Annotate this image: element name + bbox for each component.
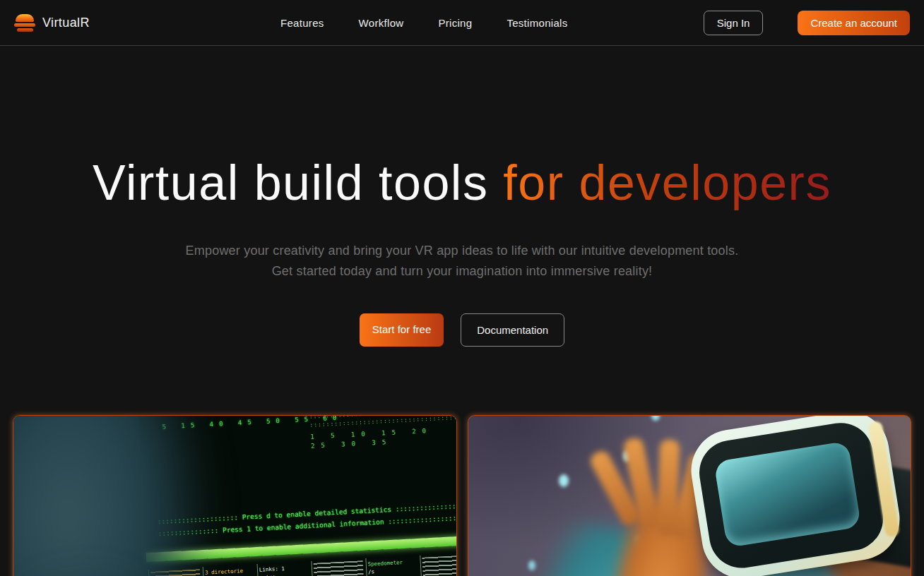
terminal-video[interactable]: 5 15 40 45 50 55 60 0.00 :::::::::::::::…: [13, 415, 457, 576]
nav-link-workflow[interactable]: Workflow: [359, 17, 404, 29]
brand-name: VirtualR: [42, 16, 90, 30]
documentation-button[interactable]: Documentation: [461, 313, 564, 347]
vr-headset: [685, 415, 906, 576]
blurred-person-silhouette: [13, 415, 217, 576]
nav-actions: Sign In Create an account: [704, 11, 910, 35]
vr-headset-video[interactable]: [468, 415, 912, 576]
page-title: Virtual build tools for developers: [0, 155, 924, 210]
hero-subtitle-line2: Get started today and turn your imaginat…: [0, 261, 924, 281]
cta-row: Start for free Documentation: [0, 313, 924, 347]
start-for-free-button[interactable]: Start for free: [360, 313, 444, 347]
nav-links: Features Workflow Pricing Testimonials: [280, 0, 568, 46]
brand[interactable]: VirtualR: [14, 14, 90, 32]
navbar: VirtualR Features Workflow Pricing Testi…: [0, 0, 924, 46]
title-main: Virtual build tools: [93, 155, 503, 210]
hero-subtitle: Empower your creativity and bring your V…: [0, 241, 924, 281]
title-accent: for developers: [503, 155, 831, 210]
nav-link-testimonials[interactable]: Testimonials: [507, 17, 567, 29]
virtualr-logo-icon: [14, 14, 35, 32]
terminal-top-right: 0.00 :::::::::::::::::::::::::::::::::::…: [309, 415, 457, 451]
sign-in-button[interactable]: Sign In: [704, 11, 764, 35]
hero-section: Virtual build tools for developers Empow…: [0, 46, 924, 347]
hero-subtitle-line1: Empower your creativity and bring your V…: [0, 241, 924, 260]
nav-link-pricing[interactable]: Pricing: [438, 17, 472, 29]
media-row: 5 15 40 45 50 55 60 0.00 :::::::::::::::…: [0, 415, 924, 576]
nav-link-features[interactable]: Features: [280, 17, 324, 29]
create-account-button[interactable]: Create an account: [798, 11, 910, 35]
